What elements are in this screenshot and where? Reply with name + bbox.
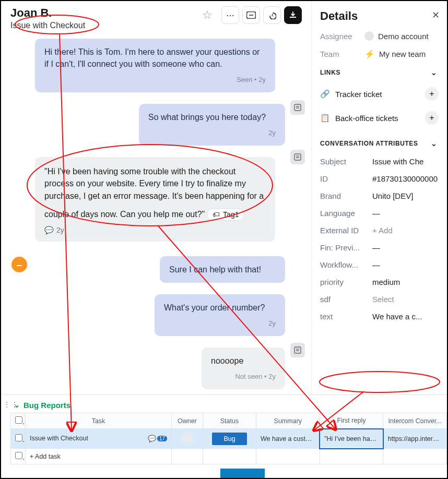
chevron-down-icon: ⌄: [431, 139, 438, 148]
attr-priority[interactable]: prioritymedium: [320, 273, 439, 291]
minus-badge-icon[interactable]: –: [11, 257, 27, 272]
attr-text[interactable]: textWe have a c...: [320, 308, 439, 325]
attr-sdf[interactable]: sdfSelect: [320, 291, 439, 308]
more-button[interactable]: ⋯: [221, 6, 239, 24]
message-meta: Not seen • 2y: [211, 372, 276, 382]
group-header[interactable]: ⌄ Bug Reports: [14, 400, 447, 410]
drag-handle-icon[interactable]: ⋮⋮: [3, 400, 19, 409]
attr-id[interactable]: ID#18730130000000: [320, 170, 439, 187]
row-checkbox[interactable]: [15, 434, 22, 441]
attr-fin[interactable]: Fin: Previ...—: [320, 239, 439, 256]
note-icon[interactable]: [290, 150, 305, 164]
attr-language[interactable]: Language—: [320, 205, 439, 222]
links-label: LINKS: [320, 69, 340, 76]
links-section-header[interactable]: LINKS ⌄: [320, 68, 439, 77]
message-bubble[interactable]: noooope Not seen • 2y: [202, 348, 285, 389]
message-bubble[interactable]: What's your order number? 2y: [155, 294, 285, 336]
cell-summary[interactable]: We have a custome...: [256, 429, 320, 449]
attr-subject[interactable]: SubjectIssue with Che: [320, 153, 439, 170]
attributes-label: CONVERSATION ATTRIBUTES: [320, 140, 418, 147]
row-checkbox[interactable]: [15, 452, 22, 459]
message: noooope Not seen • 2y: [202, 348, 285, 389]
checkbox-header[interactable]: [11, 413, 26, 429]
col-intercom[interactable]: Intercom Conver...: [383, 413, 447, 429]
svg-rect-3: [290, 17, 296, 18]
message-text: What's your order number?: [164, 303, 265, 312]
tracker-label: Tracker ticket: [335, 90, 382, 99]
status-summary-bar: [220, 469, 265, 478]
message-footer: 💬 2y: [44, 226, 266, 234]
message-bubble[interactable]: Hi there! This is Tom. I'm here to answe…: [35, 39, 275, 92]
note-icon[interactable]: [290, 343, 305, 357]
attr-external-id[interactable]: External ID+ Add: [320, 222, 439, 239]
col-status[interactable]: Status: [203, 413, 256, 429]
assignee-value: Demo account: [378, 32, 429, 41]
svg-rect-4: [294, 104, 301, 111]
conversation-subject: Issue with Checkout: [10, 21, 85, 30]
status-pill[interactable]: Bug: [212, 433, 246, 445]
cell-intercom-link[interactable]: https://app.interco...: [383, 429, 447, 449]
add-task-row[interactable]: + Add task: [11, 449, 447, 464]
team-value: My new team: [379, 50, 426, 58]
conversation-pane: Joan B. Issue with Checkout ☆ ⋯ z Hi the…: [1, 1, 311, 394]
backoffice-label: Back-office tickets: [335, 114, 398, 123]
backoffice-ticket-row: 📋Back-office tickets +: [320, 106, 439, 130]
add-tracker-button[interactable]: +: [425, 87, 439, 101]
close-icon[interactable]: ✕: [432, 9, 440, 21]
cell-first-reply[interactable]: "Hi I've been having...: [320, 429, 383, 449]
attr-brand[interactable]: BrandUnito [DEV]: [320, 187, 439, 205]
tracker-ticket-row: 🔗Tracker ticket +: [320, 82, 439, 106]
star-icon[interactable]: ☆: [198, 6, 216, 24]
select-all-checkbox[interactable]: [15, 416, 22, 424]
message-meta: 2y: [148, 128, 276, 138]
add-backoffice-button[interactable]: +: [425, 111, 439, 125]
snooze-button[interactable]: z: [263, 6, 281, 24]
team-row[interactable]: Team ⚡My new team: [320, 49, 439, 59]
message-meta: Seen • 2y: [44, 75, 266, 85]
close-conversation-button[interactable]: [284, 6, 302, 24]
note-icon[interactable]: [290, 100, 305, 115]
tracker-icon: 🔗: [320, 89, 330, 99]
tag-label: Tag1: [223, 210, 239, 219]
bug-reports-table: Task Owner Status Summary First reply In…: [10, 413, 447, 464]
contact-name: Joan B.: [10, 6, 85, 20]
customer-message-card[interactable]: "Hi I've been having some trouble with t…: [35, 157, 275, 242]
message-text: noooope: [211, 356, 243, 365]
chat-badge[interactable]: 💬 17: [148, 435, 167, 442]
table-row[interactable]: Issue with Checkout 💬 17 Bug We have a c…: [11, 429, 447, 449]
attributes-section-header[interactable]: CONVERSATION ATTRIBUTES ⌄: [320, 139, 439, 148]
message-bubble[interactable]: Sure I can help with that!: [160, 256, 285, 283]
col-first-reply[interactable]: First reply: [320, 413, 383, 429]
table-header-row: Task Owner Status Summary First reply In…: [11, 413, 447, 429]
message-meta: 2y: [56, 226, 64, 234]
assignee-row[interactable]: Assignee Demo account: [320, 31, 439, 41]
chat-icon: 💬: [148, 435, 156, 442]
owner-avatar[interactable]: [182, 432, 193, 444]
details-title: Details: [320, 9, 439, 23]
task-name: Issue with Checkout: [30, 435, 88, 442]
col-owner[interactable]: Owner: [172, 413, 203, 429]
clipboard-icon: 📋: [320, 113, 330, 123]
message-text: So what brings you here today?: [148, 113, 266, 122]
svg-text:z: z: [272, 13, 274, 17]
conversation-header: Joan B. Issue with Checkout ☆ ⋯ z: [1, 1, 311, 32]
add-task-cell[interactable]: + Add task: [26, 449, 172, 464]
message: So what brings you here today? 2y: [139, 104, 285, 146]
chat-count: 17: [157, 436, 167, 441]
avatar: [364, 31, 374, 41]
chevron-down-icon: ⌄: [431, 68, 438, 77]
details-sidebar: Details ✕ Assignee Demo account Team ⚡My…: [311, 1, 447, 394]
message-meta: 2y: [164, 319, 276, 329]
col-summary[interactable]: Summary: [256, 413, 320, 429]
bug-reports-pane: ⋮⋮ ⌄ Bug Reports Task Owner Status Summa…: [1, 394, 447, 478]
message: Sure I can help with that!: [160, 256, 285, 283]
col-task[interactable]: Task: [26, 413, 172, 429]
tag-chip[interactable]: 🏷 Tag1: [207, 208, 244, 221]
attr-workflow[interactable]: Workflow...—: [320, 256, 439, 273]
tag-icon: 🏷: [213, 210, 220, 219]
bolt-icon: ⚡: [364, 49, 375, 59]
message-bubble[interactable]: So what brings you here today? 2y: [139, 104, 285, 146]
message: What's your order number? 2y: [155, 294, 285, 336]
svg-rect-7: [294, 154, 301, 160]
ticket-button[interactable]: [242, 6, 260, 24]
